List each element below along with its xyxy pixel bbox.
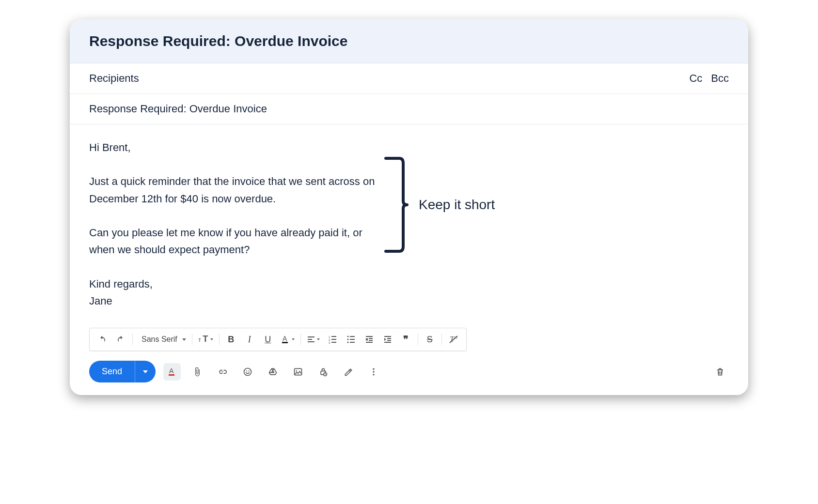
- recipients-row[interactable]: Recipients Cc Bcc: [70, 63, 748, 94]
- separator: [219, 334, 220, 345]
- svg-point-44: [373, 374, 374, 375]
- indent-more-button[interactable]: [379, 331, 396, 348]
- separator: [300, 334, 301, 345]
- send-button[interactable]: Send: [89, 361, 135, 382]
- more-icon: [369, 367, 378, 377]
- recipients-actions: Cc Bcc: [689, 72, 729, 85]
- text-size-dropdown[interactable]: т T: [195, 331, 216, 348]
- chevron-down-icon: [210, 338, 213, 340]
- svg-text:T: T: [203, 335, 208, 344]
- compose-header: Response Required: Overdue Invoice: [70, 19, 748, 63]
- annotation-label: Keep it short: [419, 197, 495, 213]
- attach-button[interactable]: [189, 363, 206, 381]
- svg-rect-23: [369, 340, 373, 341]
- svg-rect-11: [331, 339, 336, 340]
- svg-rect-3: [282, 342, 288, 343]
- send-button-group: Send: [89, 361, 156, 382]
- svg-rect-17: [350, 339, 355, 340]
- separator: [132, 334, 133, 345]
- link-icon: [218, 367, 227, 377]
- text-color-action-button[interactable]: A: [163, 363, 181, 381]
- compose-window: Response Required: Overdue Invoice Recip…: [70, 19, 748, 395]
- svg-rect-34: [169, 374, 174, 376]
- underline-button[interactable]: U: [259, 331, 277, 348]
- svg-point-37: [248, 370, 249, 371]
- svg-rect-16: [350, 336, 355, 337]
- clear-format-icon: T ✕: [449, 335, 458, 344]
- indent-less-button[interactable]: [361, 331, 378, 348]
- more-options-button[interactable]: [365, 363, 382, 381]
- action-bar-left: Send A: [89, 361, 382, 382]
- delete-draft-button[interactable]: [711, 363, 729, 381]
- svg-point-36: [246, 370, 247, 371]
- bulleted-list-icon: [346, 335, 355, 344]
- signature-button[interactable]: [340, 363, 357, 381]
- emoji-icon: [243, 367, 252, 377]
- svg-rect-4: [308, 336, 315, 337]
- send-more-button[interactable]: [135, 361, 156, 382]
- chevron-down-icon: [317, 338, 320, 340]
- redo-icon: [116, 335, 125, 344]
- redo-button[interactable]: [112, 331, 129, 348]
- recipients-label: Recipients: [89, 72, 139, 85]
- svg-text:т: т: [198, 336, 201, 343]
- undo-icon: [98, 335, 107, 344]
- subject-row[interactable]: Response Required: Overdue Invoice: [70, 94, 748, 124]
- numbered-list-button[interactable]: 1 2 3: [324, 331, 341, 348]
- italic-button[interactable]: I: [241, 331, 258, 348]
- chevron-down-icon: [143, 370, 148, 373]
- image-icon: [293, 367, 303, 377]
- svg-text:A: A: [169, 367, 174, 375]
- delete-icon: [715, 367, 725, 377]
- email-body-text: Hi Brent, Just a quick reminder that the…: [89, 139, 390, 309]
- email-body-area[interactable]: Hi Brent, Just a quick reminder that the…: [70, 124, 748, 328]
- svg-rect-24: [366, 342, 373, 343]
- separator: [441, 334, 442, 345]
- cc-button[interactable]: Cc: [689, 72, 702, 85]
- svg-marker-26: [384, 338, 386, 341]
- drive-icon: [268, 367, 278, 377]
- quote-button[interactable]: ❞: [397, 331, 415, 348]
- font-family-dropdown[interactable]: Sans Serif: [136, 331, 189, 348]
- svg-rect-22: [369, 338, 373, 339]
- bold-button[interactable]: B: [222, 331, 240, 348]
- numbered-list-icon: 1 2 3: [328, 335, 337, 344]
- format-toolbar: Sans Serif т T B I U A: [89, 328, 467, 351]
- clear-format-button[interactable]: T ✕: [445, 331, 462, 348]
- align-dropdown[interactable]: [304, 331, 323, 348]
- confidential-icon: [318, 367, 328, 377]
- chevron-down-icon: [292, 338, 295, 340]
- svg-point-15: [347, 342, 348, 343]
- action-bar: Send A: [70, 351, 748, 395]
- image-button[interactable]: [289, 363, 307, 381]
- drive-button[interactable]: [264, 363, 282, 381]
- bracket-icon: [380, 156, 409, 253]
- svg-text:3: 3: [329, 341, 330, 344]
- svg-rect-12: [331, 342, 336, 343]
- svg-text:✕: ✕: [455, 336, 458, 340]
- emoji-button[interactable]: [239, 363, 256, 381]
- strikethrough-button[interactable]: S: [421, 331, 439, 348]
- svg-point-35: [244, 368, 252, 375]
- svg-point-43: [373, 371, 374, 372]
- svg-rect-10: [331, 336, 336, 337]
- bold-icon: B: [228, 335, 234, 345]
- svg-point-39: [296, 370, 297, 372]
- bcc-button[interactable]: Bcc: [711, 72, 729, 85]
- link-button[interactable]: [214, 363, 231, 381]
- separator: [192, 334, 192, 345]
- confidential-button[interactable]: [315, 363, 332, 381]
- font-family-label: Sans Serif: [139, 335, 180, 344]
- svg-rect-19: [366, 336, 373, 337]
- svg-rect-28: [387, 340, 391, 341]
- align-icon: [307, 335, 315, 344]
- bulleted-list-button[interactable]: [342, 331, 360, 348]
- svg-point-42: [373, 368, 374, 369]
- svg-point-13: [347, 336, 348, 337]
- chevron-down-icon: [182, 338, 186, 341]
- text-color-dropdown[interactable]: A: [278, 331, 298, 348]
- quote-icon: ❞: [403, 334, 409, 345]
- undo-button[interactable]: [94, 331, 111, 348]
- annotation: Keep it short: [380, 156, 495, 253]
- indent-more-icon: [383, 335, 392, 344]
